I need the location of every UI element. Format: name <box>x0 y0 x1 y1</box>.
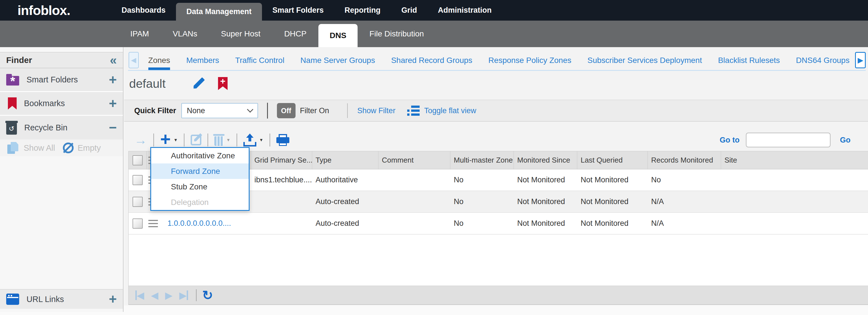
topnav-item-dashboards[interactable]: Dashboards <box>111 0 176 21</box>
top-navigation: Dashboards Data Management Smart Folders… <box>111 0 502 21</box>
sidebar-item-recycle-bin[interactable]: Recycle Bin − <box>0 116 123 139</box>
monitored-since-cell: Not Monitored <box>514 197 577 206</box>
tab-traffic-control[interactable]: Traffic Control <box>235 56 284 70</box>
filter-off-toggle[interactable]: Off <box>277 103 296 118</box>
bottom-strip <box>124 306 868 315</box>
url-links-expand-button[interactable]: + <box>109 293 117 305</box>
sidebar-item-url-links[interactable]: URL Links + <box>0 289 123 309</box>
smart-folder-icon <box>6 76 19 86</box>
grid-empty-area <box>129 234 868 286</box>
subnav-item-dns[interactable]: DNS <box>318 24 358 47</box>
menu-item-forward-zone[interactable]: Forward Zone <box>151 164 249 179</box>
finder-header: Finder <box>0 52 123 68</box>
add-bookmark-icon[interactable] <box>218 77 227 90</box>
smart-folders-expand-button[interactable]: + <box>109 74 117 86</box>
table-row[interactable]: 1.0.0.0.0.0.0.0.0.... Auto-created No No… <box>129 213 868 234</box>
tab-scroll-left-icon[interactable] <box>129 52 139 68</box>
go-button[interactable]: Go <box>840 136 851 145</box>
column-header-grid-primary[interactable]: Grid Primary Se... <box>251 151 312 169</box>
column-header-comment[interactable]: Comment <box>378 151 451 169</box>
edit-button[interactable] <box>191 135 202 145</box>
tab-subscriber-services-deployment[interactable]: Subscriber Services Deployment <box>587 56 702 70</box>
data-management-sub-bar: IPAM VLANs Super Host DHCP DNS File Dist… <box>0 21 868 47</box>
show-filter-link[interactable]: Show Filter <box>357 107 395 115</box>
bookmarks-expand-button[interactable]: + <box>109 98 117 109</box>
refresh-icon[interactable] <box>202 288 213 303</box>
show-all-button[interactable]: Show All <box>24 143 55 153</box>
tab-members[interactable]: Members <box>186 56 219 70</box>
subnav-item-ipam[interactable]: IPAM <box>119 21 161 47</box>
filter-on-label: Filter On <box>300 107 330 115</box>
multi-master-cell: No <box>451 219 514 228</box>
infoblox-logo: infoblox. <box>18 0 111 21</box>
menu-item-authoritative-zone[interactable]: Authoritative Zone <box>151 148 249 164</box>
column-header-site[interactable]: Site <box>721 151 868 169</box>
goto-input[interactable] <box>746 133 831 147</box>
quick-filter-label: Quick Filter <box>134 107 176 115</box>
smart-folders-label: Smart Folders <box>27 75 109 84</box>
empty-button[interactable]: Empty <box>78 143 101 153</box>
subnav-item-super-host[interactable]: Super Host <box>209 21 272 47</box>
open-arrow-icon[interactable] <box>134 133 147 148</box>
quick-filter-select[interactable]: None <box>181 103 258 118</box>
add-button[interactable] <box>160 134 170 146</box>
tab-scroll-right-icon[interactable] <box>855 52 866 68</box>
edit-view-pencil-icon[interactable] <box>192 77 205 90</box>
row-checkbox[interactable] <box>132 219 143 229</box>
tab-shared-record-groups[interactable]: Shared Record Groups <box>391 56 472 70</box>
dns-content-area: Zones Members Traffic Control Name Serve… <box>124 47 868 315</box>
tab-response-policy-zones[interactable]: Response Policy Zones <box>489 56 571 70</box>
row-checkbox[interactable] <box>132 175 143 185</box>
flat-view-icon[interactable] <box>407 106 420 116</box>
export-dropdown-caret-icon[interactable] <box>259 138 264 143</box>
zone-name-link[interactable]: 1.0.0.0.0.0.0.0.0.... <box>164 219 251 228</box>
sidebar-item-smart-folders[interactable]: Smart Folders + <box>0 68 123 92</box>
next-page-icon[interactable] <box>165 290 172 301</box>
quick-filter-selected-value: None <box>187 107 205 115</box>
tab-dns64-groups[interactable]: DNS64 Groups <box>796 56 850 70</box>
monitored-since-cell: Not Monitored <box>514 219 577 228</box>
column-header-last-queried[interactable]: Last Queried <box>577 151 648 169</box>
export-button[interactable] <box>243 134 256 146</box>
row-checkbox[interactable] <box>132 197 143 207</box>
topnav-item-smart-folders[interactable]: Smart Folders <box>262 0 334 21</box>
recycle-bin-actions: Show All Empty <box>0 139 123 156</box>
previous-page-icon[interactable] <box>151 290 158 301</box>
topnav-item-reporting[interactable]: Reporting <box>334 0 391 21</box>
tab-blacklist-rulesets[interactable]: Blacklist Rulesets <box>718 56 780 70</box>
finder-title: Finder <box>6 55 110 65</box>
column-header-records-monitored[interactable]: Records Monitored <box>648 151 721 169</box>
topnav-item-grid[interactable]: Grid <box>391 0 428 21</box>
column-header-type[interactable]: Type <box>312 151 378 169</box>
toggle-flat-view-link[interactable]: Toggle flat view <box>424 107 476 115</box>
tab-zones[interactable]: Zones <box>148 56 170 70</box>
add-dropdown-caret-icon[interactable] <box>174 138 178 143</box>
menu-item-stub-zone[interactable]: Stub Zone <box>151 179 249 195</box>
delete-dropdown-caret-icon[interactable] <box>226 138 230 143</box>
topnav-item-administration[interactable]: Administration <box>428 0 502 21</box>
select-all-checkbox[interactable] <box>132 155 143 165</box>
subnav-item-file-distribution[interactable]: File Distribution <box>358 21 436 47</box>
sidebar-item-bookmarks[interactable]: Bookmarks + <box>0 92 123 116</box>
grid-primary-cell: ibns1.techblue.... <box>251 176 312 184</box>
row-menu-icon[interactable] <box>148 220 158 227</box>
subnav-item-vlans[interactable]: VLANs <box>161 21 209 47</box>
last-page-icon[interactable] <box>179 290 188 301</box>
column-header-multi-master[interactable]: Multi-master Zone <box>451 151 514 169</box>
subnav-item-dhcp[interactable]: DHCP <box>272 21 318 47</box>
delete-button[interactable] <box>214 136 223 146</box>
records-monitored-cell: No <box>648 176 721 184</box>
collapse-panel-icon[interactable] <box>110 55 117 66</box>
recycle-bin-collapse-button[interactable]: − <box>109 122 117 133</box>
recycle-bin-icon <box>6 123 17 135</box>
multi-master-cell: No <box>451 197 514 206</box>
topnav-item-data-management[interactable]: Data Management <box>176 3 262 21</box>
menu-item-delegation[interactable]: Delegation <box>151 195 249 210</box>
first-page-icon[interactable] <box>135 290 144 301</box>
print-button[interactable] <box>276 134 289 146</box>
top-app-bar: infoblox. Dashboards Data Management Sma… <box>0 0 868 21</box>
tab-name-server-groups[interactable]: Name Server Groups <box>300 56 375 70</box>
divider <box>153 134 154 146</box>
empty-icon <box>63 143 73 153</box>
column-header-monitored-since[interactable]: Monitored Since <box>514 151 577 169</box>
